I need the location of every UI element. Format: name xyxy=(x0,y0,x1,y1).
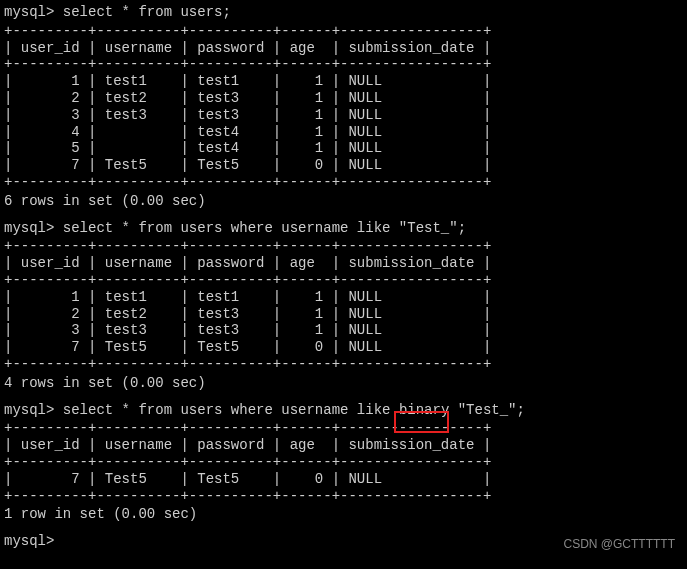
result-table-1: +---------+----------+----------+------+… xyxy=(4,23,683,191)
query-2: mysql> select * from users where usernam… xyxy=(4,220,683,237)
mysql-terminal: mysql> select * from users;+---------+--… xyxy=(4,4,683,550)
result-table-3: +---------+----------+----------+------+… xyxy=(4,420,683,504)
query-3: mysql> select * from users where usernam… xyxy=(4,402,683,419)
watermark: CSDN @GCTTTTTT xyxy=(564,537,676,551)
result-table-2: +---------+----------+----------+------+… xyxy=(4,238,683,372)
binary-keyword: binary xyxy=(399,402,449,418)
summary-2: 4 rows in set (0.00 sec) xyxy=(4,375,683,392)
summary-1: 6 rows in set (0.00 sec) xyxy=(4,193,683,210)
query-1: mysql> select * from users; xyxy=(4,4,683,21)
summary-3: 1 row in set (0.00 sec) xyxy=(4,506,683,523)
